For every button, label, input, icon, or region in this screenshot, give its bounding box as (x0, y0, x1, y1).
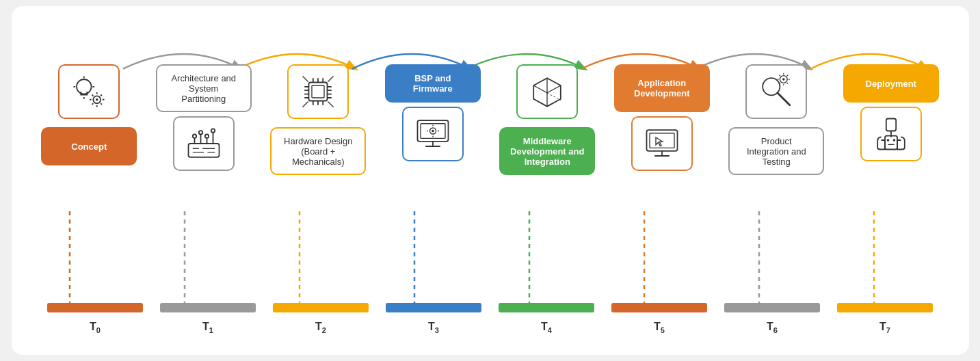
t-label-1: T1 (160, 321, 256, 334)
svg-point-22 (205, 135, 209, 138)
svg-rect-76 (885, 136, 897, 150)
svg-line-73 (787, 75, 788, 76)
svg-line-14 (101, 95, 102, 96)
column-t7: Deployment (838, 64, 944, 165)
svg-point-0 (77, 79, 92, 94)
screen-settings-icon (414, 116, 451, 152)
bar-t1 (160, 303, 256, 312)
bar-t4 (499, 303, 594, 312)
svg-line-63 (778, 93, 790, 105)
t2-icon-box (287, 64, 349, 119)
column-t1: Architecture and System Partitioning (150, 64, 256, 175)
bar-t0 (47, 303, 143, 312)
t0-icon-box (58, 64, 120, 119)
svg-line-11 (92, 95, 94, 96)
chip-icon (300, 73, 336, 110)
t-label-5: T5 (611, 321, 707, 334)
diagram-container: Concept Architecture and System Partitio… (12, 6, 969, 355)
svg-line-47 (328, 101, 334, 107)
bar-t5 (611, 303, 707, 312)
t7-icon-box (860, 107, 922, 161)
svg-line-72 (780, 83, 780, 83)
t5-icon-box (631, 116, 693, 171)
bar-t3 (386, 303, 481, 312)
svg-point-21 (199, 131, 202, 134)
t7-deployment-box: Deployment (843, 64, 939, 103)
svg-point-6 (96, 98, 98, 101)
t4-icon-box (516, 64, 578, 119)
timeline-bars (18, 303, 962, 312)
t1-icon-box (173, 116, 235, 171)
circuit-board-icon (185, 125, 222, 162)
svg-rect-15 (188, 144, 219, 157)
svg-line-12 (101, 103, 102, 105)
t3-icon-box (402, 107, 464, 161)
search-gear-icon (758, 73, 795, 110)
svg-line-13 (92, 103, 94, 105)
lightbulb-gear-icon (70, 73, 107, 110)
column-t3: BSP and Firmware (380, 64, 486, 165)
svg-point-23 (211, 129, 215, 132)
t-labels: T0 T1 T2 T3 T4 T5 T6 T7 (18, 321, 962, 334)
bar-t7 (837, 303, 933, 312)
t-label-6: T6 (724, 321, 820, 334)
column-t5: Application Development (609, 64, 715, 175)
svg-line-71 (787, 83, 788, 83)
svg-line-44 (303, 77, 308, 82)
bar-t6 (724, 303, 820, 312)
t-label-0: T0 (47, 321, 143, 334)
t0-concept-box: Concept (41, 127, 137, 165)
t-label-2: T2 (273, 321, 369, 334)
3d-box-icon (529, 73, 566, 110)
svg-line-70 (780, 75, 780, 76)
svg-rect-59 (650, 133, 674, 148)
t-label-4: T4 (499, 321, 594, 334)
column-t6: Product Integration and Testing (724, 64, 830, 175)
t1-architecture-box: Architecture and System Partitioning (156, 64, 252, 112)
dashed-lines-overlay (18, 13, 962, 348)
t-label-3: T3 (386, 321, 481, 334)
svg-rect-74 (886, 119, 896, 131)
t6-icon-box (745, 64, 807, 119)
svg-point-53 (432, 130, 434, 133)
t2-hardware-box: Hardware Design (Board + Mechanicals) (270, 127, 366, 175)
t-label-7: T7 (837, 321, 933, 334)
arrows-overlay (18, 13, 962, 348)
main-content: Concept Architecture and System Partitio… (18, 13, 962, 348)
column-t2: Hardware Design (Board + Mechanicals) (265, 64, 371, 175)
svg-line-45 (328, 77, 334, 82)
t3-bsp-box: BSP and Firmware (385, 64, 481, 103)
svg-rect-29 (312, 85, 324, 98)
t6-testing-box: Product Integration and Testing (728, 127, 824, 175)
svg-line-46 (303, 101, 308, 107)
column-t0: Concept (36, 64, 142, 165)
bar-t2 (273, 303, 369, 312)
svg-point-65 (782, 78, 785, 81)
t5-appdev-box: Application Development (614, 64, 710, 112)
robot-hands-icon (873, 116, 910, 152)
svg-point-78 (892, 139, 895, 142)
svg-point-77 (886, 139, 889, 142)
svg-point-20 (193, 135, 196, 138)
t4-middleware-box: Middleware Development and Integration (499, 127, 595, 175)
monitor-cursor-icon (644, 125, 680, 162)
column-t4: Middleware Development and Integration (494, 64, 600, 175)
